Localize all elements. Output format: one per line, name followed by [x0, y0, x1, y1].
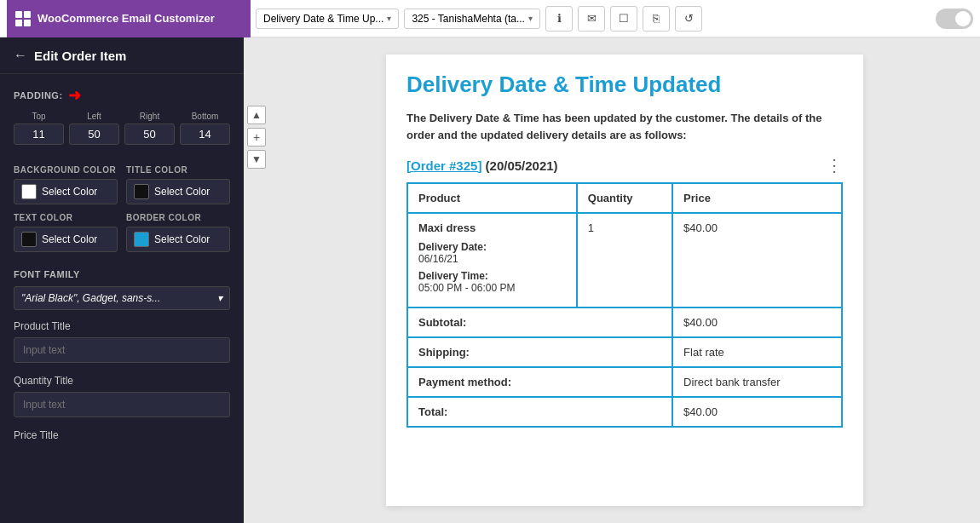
refresh-button[interactable]: ↺	[675, 6, 702, 32]
scroll-controls: ▲ + ▼	[244, 37, 269, 523]
app-logo: WooCommerce Email Customizer	[7, 0, 251, 37]
scroll-up-button[interactable]: ▲	[247, 106, 266, 124]
bg-color-label: BACKGROUND COLOR	[14, 165, 118, 175]
price-col-header: Price	[672, 183, 842, 213]
back-button[interactable]: ←	[14, 48, 27, 63]
title-color-group: TITLE COLOR Select Color	[126, 165, 230, 204]
payment-value: Direct bank transfer	[672, 367, 842, 397]
text-color-swatch	[21, 232, 37, 247]
total-label: Total:	[407, 397, 672, 427]
padding-bottom-input[interactable]	[180, 124, 230, 145]
font-family-label: FONT FAMILY	[14, 269, 230, 279]
text-color-button[interactable]: Select Color	[14, 227, 118, 252]
order-menu-icon[interactable]: ⋮	[826, 157, 843, 174]
font-family-value: "Arial Black", Gadget, sans-s...	[21, 292, 160, 304]
email-heading: Delivery Date & Time Updated	[406, 72, 843, 98]
padding-left-input[interactable]	[69, 124, 119, 145]
order-dropdown[interactable]: 325 - TanishaMehta (ta... ▾	[404, 9, 540, 29]
payment-row: Payment method: Direct bank transfer	[407, 367, 842, 397]
document-button[interactable]: ☐	[610, 6, 637, 32]
padding-top: Top	[14, 112, 64, 145]
delivery-time-label: Delivery Time:	[418, 270, 566, 282]
title-color-label: TITLE COLOR	[126, 165, 230, 175]
title-color-swatch	[134, 184, 149, 199]
chevron-down-icon: ▾	[217, 292, 222, 304]
subtotal-row: Subtotal: $40.00	[407, 307, 842, 337]
email-preview: Delivery Date & Time Updated The Deliver…	[269, 37, 980, 523]
delivery-date-label: Delivery Date:	[418, 241, 566, 253]
quantity-col-header: Quantity	[577, 183, 672, 213]
delivery-time-value: 05:00 PM - 06:00 PM	[418, 282, 566, 294]
total-value: $40.00	[672, 397, 842, 427]
red-arrow-icon: ➜	[68, 86, 82, 105]
order-title: [Order #325] (20/05/2021)	[406, 158, 558, 173]
text-color-label: TEXT COLOR	[14, 213, 118, 222]
product-title-label: Product Title	[14, 320, 230, 332]
padding-top-input[interactable]	[14, 124, 64, 145]
delivery-date-value: 06/16/21	[418, 253, 566, 265]
text-color-group: TEXT COLOR Select Color	[14, 213, 118, 252]
price-title-label: Price Title	[14, 429, 230, 441]
email-button[interactable]: ✉	[578, 6, 605, 32]
price-title-field: Price Title	[0, 429, 244, 458]
copy-button[interactable]: ⎘	[643, 6, 670, 32]
product-cell: Maxi dress Delivery Date: 06/16/21 Deliv…	[407, 213, 577, 307]
price-cell: $40.00	[672, 213, 842, 307]
content-area: ◀ ▲ + ▼ Delivery Date & Time Updated The…	[244, 37, 980, 523]
topbar: WooCommerce Email Customizer Delivery Da…	[0, 0, 980, 37]
preview-toggle[interactable]	[936, 9, 973, 29]
font-family-dropdown[interactable]: "Arial Black", Gadget, sans-s... ▾	[14, 286, 230, 310]
table-header-row: Product Quantity Price	[407, 183, 842, 213]
sidebar-title: Edit Order Item	[34, 49, 126, 63]
delivery-info: Delivery Date: 06/16/21 Delivery Time: 0…	[418, 241, 566, 294]
padding-right: Right	[124, 112, 175, 145]
order-date: (20/05/2021)	[486, 158, 558, 173]
border-color-label: BORDER COLOR	[126, 213, 230, 222]
padding-label: PADDING: ➜	[14, 86, 230, 105]
scroll-down-button[interactable]: ▼	[247, 150, 266, 169]
product-name: Maxi dress	[418, 221, 566, 234]
email-body-text: The Delivery Date & Time has been update…	[406, 110, 843, 143]
title-color-button[interactable]: Select Color	[126, 179, 230, 204]
shipping-row: Shipping: Flat rate	[407, 337, 842, 367]
total-row: Total: $40.00	[407, 397, 842, 427]
info-button[interactable]: ℹ	[545, 6, 573, 32]
padding-bottom: Bottom	[180, 112, 230, 145]
sidebar-header: ← Edit Order Item	[0, 37, 244, 74]
product-title-input[interactable]	[14, 337, 230, 363]
app-title: WooCommerce Email Customizer	[37, 12, 215, 25]
padding-right-input[interactable]	[124, 124, 175, 145]
border-color-swatch	[134, 232, 149, 247]
subtotal-value: $40.00	[672, 307, 842, 337]
bg-color-group: BACKGROUND COLOR Select Color	[14, 165, 118, 204]
main-layout: ← Edit Order Item PADDING: ➜ Top Left Ri…	[0, 37, 980, 523]
subtotal-label: Subtotal:	[407, 307, 672, 337]
padding-left: Left	[69, 112, 119, 145]
font-family-section: FONT FAMILY "Arial Black", Gadget, sans-…	[0, 269, 244, 320]
bg-color-swatch	[21, 184, 37, 199]
bg-color-button[interactable]: Select Color	[14, 179, 118, 204]
border-color-group: BORDER COLOR Select Color	[126, 213, 230, 252]
chevron-down-icon: ▾	[387, 14, 391, 23]
padding-grid: Top Left Right Bottom	[14, 112, 230, 145]
toggle-knob	[955, 11, 971, 26]
color-section: BACKGROUND COLOR Select Color TITLE COLO…	[0, 153, 244, 269]
sidebar: ← Edit Order Item PADDING: ➜ Top Left Ri…	[0, 37, 244, 523]
quantity-cell: 1	[577, 213, 672, 307]
padding-section: PADDING: ➜ Top Left Right Bottom	[0, 74, 244, 153]
template-dropdown[interactable]: Delivery Date & Time Up... ▾	[256, 9, 399, 29]
shipping-value: Flat rate	[672, 337, 842, 367]
payment-label: Payment method:	[407, 367, 672, 397]
scroll-center-button[interactable]: +	[247, 128, 266, 147]
border-color-button[interactable]: Select Color	[126, 227, 230, 252]
template-dropdown-label: Delivery Date & Time Up...	[263, 13, 383, 25]
order-link[interactable]: [Order #325]	[406, 158, 481, 173]
product-col-header: Product	[407, 183, 577, 213]
quantity-title-input[interactable]	[14, 392, 230, 417]
shipping-label: Shipping:	[407, 337, 672, 367]
chevron-down-icon: ▾	[528, 14, 533, 23]
product-title-field: Product Title	[0, 320, 244, 375]
order-dropdown-label: 325 - TanishaMehta (ta...	[412, 13, 525, 25]
quantity-title-label: Quantity Title	[14, 375, 230, 387]
logo-grid-icon	[15, 11, 31, 26]
